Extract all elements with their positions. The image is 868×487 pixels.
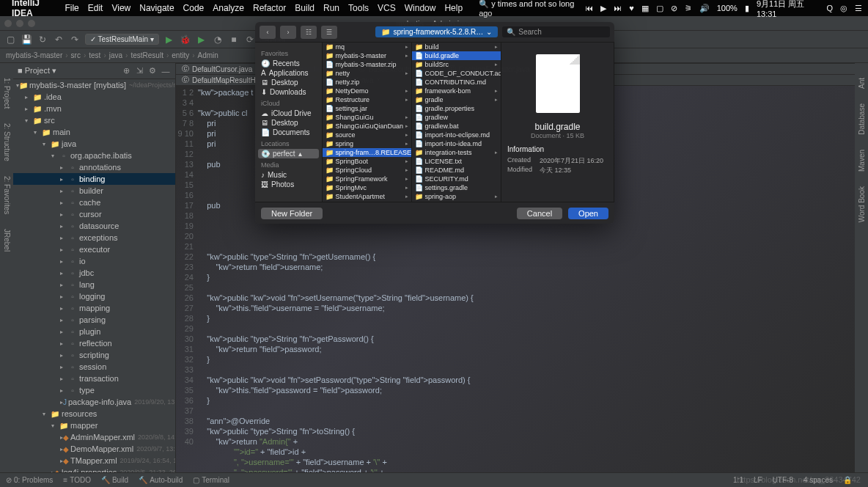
dlg-file-row[interactable]: 📄 gradle.properties [412,104,501,113]
crumb[interactable]: testResult [130,51,163,59]
stop-icon[interactable]: ■ [228,34,240,45]
tree-row[interactable]: ▸▫jdbc [13,267,175,279]
tree-row[interactable]: ▾📁src [13,114,175,126]
tree-row[interactable]: ▾▫org.apache.ibatis [13,150,175,161]
tree-row[interactable]: ▸◆TMapper.xml2019/9/24, 16:54, 1.18 kB 2… [13,455,175,466]
tree-row[interactable]: ▸▫scripting [13,349,175,361]
dlg-column-2[interactable]: 📁 build▸📄 build.gradle📁 buildSrc▸📄 CODE_… [412,43,501,202]
dlg-back-button[interactable]: ‹ [260,26,276,39]
dlg-file-row[interactable]: 📄 build.gradle [412,51,501,60]
dlg-sb-documents[interactable]: 📄 Documents [258,128,319,137]
tree-row[interactable]: ▸▫executor [13,244,175,255]
dlg-view-columns-icon[interactable]: ☷ [301,26,317,39]
status-google[interactable]: 🔍 y times and not so long ago [479,0,578,18]
undo-icon[interactable]: ↶ [53,34,65,45]
dlg-file-row[interactable]: 📁 ShangGuiGuQianDuan▸ [323,122,411,131]
dlg-sb-iclouddrive[interactable]: ☁ iCloud Drive [258,109,319,118]
dlg-cancel-button[interactable]: Cancel [517,208,562,219]
debug-icon[interactable]: 🐞 [180,34,191,45]
tree-row[interactable]: ▸▫annotations [13,161,175,173]
dlg-file-row[interactable]: 📁 gradle▸ [412,95,501,104]
clock[interactable]: 9月11日 周五 13:31 [757,0,820,18]
sb-autobuild[interactable]: 🔨 Auto-build [139,476,183,484]
coverage-icon[interactable]: ▶ [196,34,207,45]
display-icon[interactable]: ▢ [656,4,663,13]
tree-row[interactable]: ▸▫reflection [13,337,175,349]
redo-icon[interactable]: ↷ [69,34,81,45]
crumb[interactable]: entity [172,51,189,59]
dlg-file-row[interactable]: 📄 LICENSE.txt [412,157,501,166]
wifi-icon[interactable]: ⚞ [685,4,692,13]
app-menu[interactable]: IntelliJ IDEA [12,0,57,18]
tree-row[interactable]: ▸📁.mvn [13,103,175,114]
dlg-search-input[interactable]: 🔍 Search [502,26,610,37]
dlg-file-row[interactable]: 📄 gradlew [412,113,501,122]
heart-icon[interactable]: ♥ [629,4,634,12]
dlg-file-row[interactable]: 📄 settings.gradle [412,183,501,192]
editor-tab[interactable]: ⒸDefaultCursor.java× [176,64,266,74]
sb-terminal[interactable]: ▢ Terminal [193,476,229,484]
tree-row[interactable]: ▸▫logging [13,290,175,302]
dlg-file-row[interactable]: 📁 framework-bom▸ [412,87,501,95]
gutter-tab-maven[interactable]: Maven [858,150,866,172]
media-play-icon[interactable]: ▶ [600,4,606,13]
notifications-icon[interactable]: ☰ [855,4,862,13]
tree-row[interactable]: ▸▫transaction [13,373,175,384]
dlg-file-row[interactable]: 📁 spring-fram…8.RELEASE▸ [323,148,411,157]
dlg-file-row[interactable]: 📁 netty▸ [323,69,411,78]
tree-row[interactable]: ▸📁.idea [13,91,175,103]
zoom-window-icon[interactable] [28,20,35,27]
dlg-file-row[interactable]: 📁 mq▸ [323,43,411,51]
crumb[interactable]: test [89,51,100,59]
tree-row[interactable]: ▾📁mapper [13,420,175,431]
dlg-file-row[interactable]: 📄 CODE_OF_CONDUCT.adoc [412,69,501,78]
minimize-window-icon[interactable] [16,20,23,27]
tree-row[interactable]: ▸▫cache [13,197,175,208]
menu-view[interactable]: View [111,3,130,13]
dlg-sb-downloads[interactable]: ⬇ Downloads [258,87,319,97]
open-icon[interactable]: ▢ [4,34,16,45]
dlg-column-1[interactable]: 📁 mq▸📁 mybatis-3-master▸📄 mybatis-3-mast… [323,43,412,202]
dlg-file-row[interactable]: 📁 SpringMvc▸ [323,183,411,192]
dlg-open-button[interactable]: Open [568,208,608,219]
dlg-file-row[interactable]: 📄 netty.zip [323,78,411,87]
dlg-file-row[interactable]: 📁 mybatis-3-master▸ [323,51,411,60]
tree-row[interactable]: ▸▫io [13,255,175,267]
gutter-tab-database[interactable]: Database [858,103,866,135]
tree-row[interactable]: ▸◆AdminMapper.xml2020/9/8, 14:01, 875 B [13,431,175,443]
crumb[interactable]: src [71,51,81,59]
gutter-tab-favorites[interactable]: 2: Favorites [3,176,11,214]
jrebel-icon[interactable]: ⟳ [244,34,256,45]
tree-row[interactable]: ▸▫plugin [13,326,175,337]
spotlight-icon[interactable]: Q [826,4,833,12]
tree-row[interactable]: ▸Jpackage-info.java2019/9/20, 13:55, 822… [13,396,175,408]
hide-icon[interactable]: — [161,67,171,76]
dlg-file-row[interactable]: 📄 import-into-idea.md [412,139,501,148]
menu-code[interactable]: Code [183,3,205,13]
sb-todo[interactable]: ≡ TODO [63,476,91,484]
tree-row[interactable]: ▸▫lang [13,279,175,290]
dlg-sb-applications[interactable]: A Applications [258,68,319,78]
dlg-file-row[interactable]: 📁 spring-aop▸ [412,192,501,201]
crumb[interactable]: java [109,51,122,59]
dlg-file-row[interactable]: 📁 ShangGuiGu▸ [323,113,411,122]
media-prev-icon[interactable]: ⏮ [585,4,593,12]
misc-icon[interactable]: ⊘ [671,4,677,13]
sb-problems[interactable]: ⊘ 0: Problems [6,476,53,484]
dlg-sb-music[interactable]: ♪ Music [258,170,319,180]
menu-file[interactable]: File [65,3,78,13]
tree-row[interactable]: ▸◆DemoMapper.xml2020/9/7, 13:21, 2.31 kB… [13,443,175,455]
save-all-icon[interactable]: 💾 [21,34,32,45]
gear-icon[interactable]: ⚙ [147,66,158,76]
dlg-file-row[interactable]: 📁 spring▸ [323,139,411,148]
media-next-icon[interactable]: ⏭ [614,4,622,12]
menu-edit[interactable]: Edit [88,3,103,13]
siri-icon[interactable]: ◎ [840,4,847,13]
dlg-forward-button[interactable]: › [280,26,296,39]
dlg-sb-recents[interactable]: 🕘 Recents [258,59,319,68]
dlg-file-row[interactable]: 📁 buildSrc▸ [412,60,501,69]
gutter-tab-ant[interactable]: Ant [858,78,866,89]
menu-navigate[interactable]: Navigate [139,3,174,13]
dlg-sb-desktop[interactable]: 🖥 Desktop [258,78,319,87]
dlg-sb-disk[interactable]: 💽 perfect ▴ [258,149,319,158]
